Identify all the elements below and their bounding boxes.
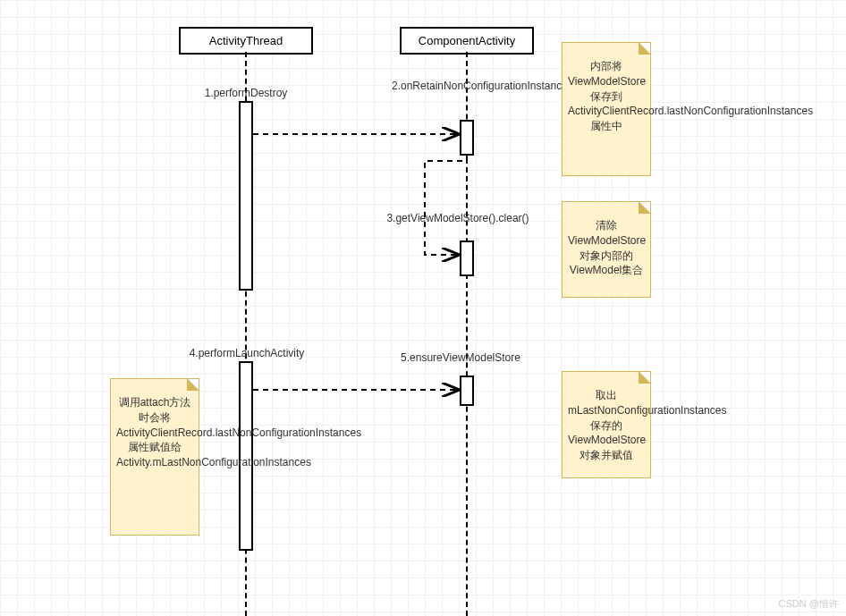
message-label-2: 2.onRetainNonConfigurationInstance xyxy=(392,80,548,92)
message-label-5: 5.ensureViewModelStore xyxy=(385,351,537,364)
note-text: 清除ViewModelStore对象内部的ViewModel集合 xyxy=(568,219,646,276)
note-4: 取出mLastNonConfigurationInstances保存的ViewM… xyxy=(562,371,651,478)
participant-label: ComponentActivity xyxy=(419,34,515,47)
message-label-4: 4.performLaunchActivity xyxy=(166,347,327,359)
message-label-3: 3.getViewModelStore().clear() xyxy=(368,212,547,224)
watermark-text: CSDN @惜许 xyxy=(779,598,839,609)
message-label-1: 1.performDestroy xyxy=(179,87,313,99)
activation-componentactivity-1 xyxy=(460,120,474,156)
watermark: CSDN @惜许 xyxy=(779,597,839,611)
activation-componentactivity-2 xyxy=(460,240,474,276)
note-1: 内部将ViewModelStore保存到ActivityClientRecord… xyxy=(562,42,651,176)
participant-activitythread: ActivityThread xyxy=(179,27,313,55)
activation-activitythread-1 xyxy=(239,101,253,291)
participant-componentactivity: ComponentActivity xyxy=(400,27,534,55)
note-3: 调用attach方法时会将ActivityClientRecord.lastNo… xyxy=(110,378,199,536)
activation-componentactivity-3 xyxy=(460,376,474,406)
note-2: 清除ViewModelStore对象内部的ViewModel集合 xyxy=(562,201,651,298)
participant-label: ActivityThread xyxy=(209,34,283,47)
